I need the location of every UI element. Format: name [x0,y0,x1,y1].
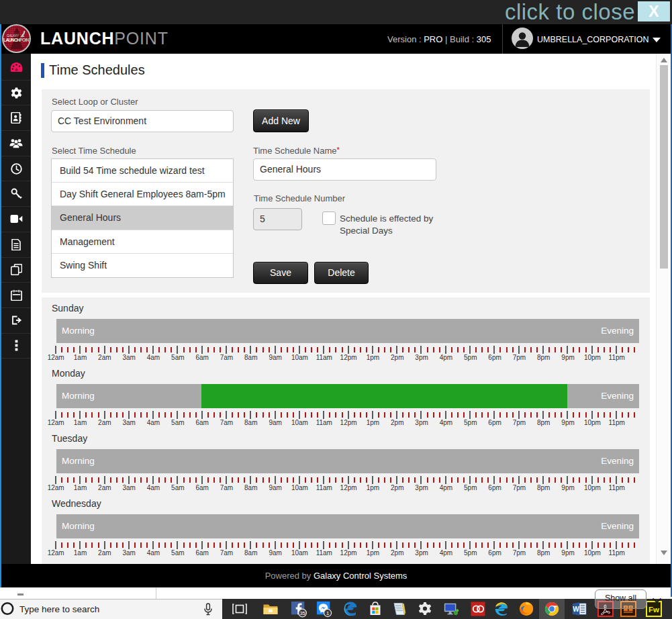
svg-text:1: 1 [326,610,329,616]
svg-text:35: 35 [299,610,305,616]
svg-text:Fw: Fw [649,606,659,614]
svg-text:W: W [573,606,579,613]
